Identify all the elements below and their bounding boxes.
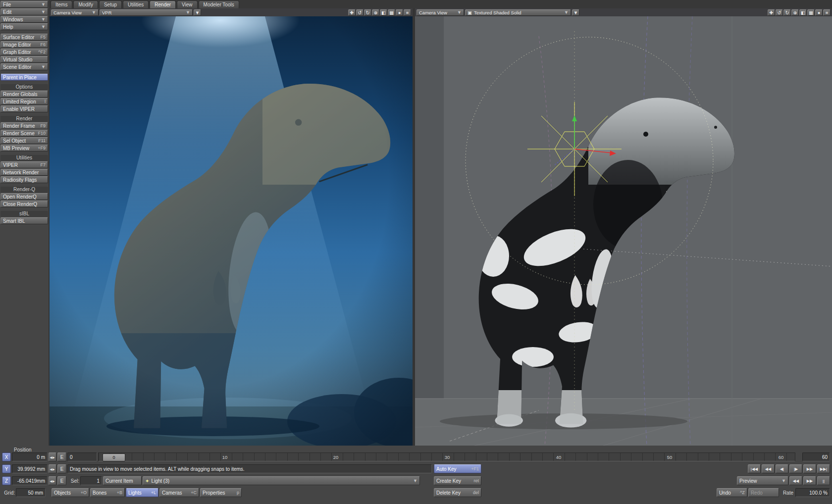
position-x-value[interactable]: 0 m xyxy=(12,453,48,461)
properties-button[interactable]: Propertiesp xyxy=(200,488,242,497)
viewport-options-dropdown-left[interactable]: ▼ xyxy=(194,9,201,16)
zoom-icon[interactable]: ⊕ xyxy=(791,9,799,16)
zoom-icon[interactable]: ⊕ xyxy=(372,9,379,16)
orbit-icon[interactable]: ↺ xyxy=(356,9,364,16)
sidebar-item-mb-preview[interactable]: MB Preview+F9 xyxy=(0,145,48,151)
axis-z-button[interactable]: Z xyxy=(2,476,11,485)
label: Camera View xyxy=(419,10,447,15)
orbit-icon[interactable]: ↺ xyxy=(776,9,783,16)
tab-modeler-tools[interactable]: Modeler Tools xyxy=(199,0,239,8)
tab-view[interactable]: View xyxy=(177,0,198,8)
sidebar-item-viper[interactable]: VIPERF7 xyxy=(0,161,48,168)
sidebar-item-render-frame[interactable]: Render FrameF9 xyxy=(0,122,48,129)
value-stepper-icon[interactable]: ◀▶ xyxy=(49,464,56,473)
item-type-objects-button[interactable]: Objects+O xyxy=(52,488,89,497)
tab-setup[interactable]: Setup xyxy=(99,0,122,8)
sidebar-item-smart-ibl[interactable]: Smart IBL xyxy=(0,217,48,224)
item-type-bones-button[interactable]: Bones+B xyxy=(90,488,125,497)
preview-pause-button[interactable]: || xyxy=(817,476,830,485)
delete-key-button[interactable]: Delete Keydel xyxy=(434,488,481,497)
menu-help[interactable]: Help▼ xyxy=(0,23,48,30)
axis-y-button[interactable]: Y xyxy=(2,464,11,473)
pan-icon[interactable]: ✚ xyxy=(768,9,775,16)
region-icon[interactable]: ◧ xyxy=(380,9,387,16)
last-frame-input[interactable]: 60 xyxy=(802,453,830,461)
envelope-z-button[interactable]: E xyxy=(57,476,66,485)
rotate-icon[interactable]: ↻ xyxy=(783,9,791,16)
region-icon[interactable]: ◧ xyxy=(799,9,807,16)
menu-windows[interactable]: Windows▼ xyxy=(0,16,48,23)
sidebar-item-sel-object[interactable]: Sel ObjectF11 xyxy=(0,137,48,144)
viewport-options-dropdown-right[interactable]: ▼ xyxy=(572,9,579,16)
transport-forward-button[interactable]: ▶▶ xyxy=(803,464,816,473)
value-stepper-icon[interactable]: ◀▶ xyxy=(49,453,56,461)
shade-mode-dropdown-right[interactable]: ▣Textured Shaded Solid▼ xyxy=(465,9,571,16)
tab-items[interactable]: Items xyxy=(51,0,72,8)
timeline-slider-handle[interactable]: 0 xyxy=(103,454,125,461)
auto-key-button[interactable]: Auto Key+F1 xyxy=(434,464,481,473)
menu-edit[interactable]: Edit▼ xyxy=(0,8,48,15)
rotate-icon[interactable]: ↻ xyxy=(364,9,371,16)
tab-utilities[interactable]: Utilities xyxy=(123,0,149,8)
viewport-right-shaded[interactable] xyxy=(415,16,832,446)
sidebar-item-radiosity-flags[interactable]: Radiosity Flags xyxy=(0,176,48,183)
view-mode-dropdown-right[interactable]: Camera View▼ xyxy=(416,9,464,16)
sidebar-item-parent-in-place[interactable]: Parent in Place xyxy=(0,74,48,81)
undo-button[interactable]: Undo^Z xyxy=(717,488,747,497)
current-frame-input[interactable]: 0 xyxy=(67,453,97,461)
quad-view-icon[interactable]: ▦ xyxy=(388,9,395,16)
render-preview-icon[interactable]: ● xyxy=(815,9,823,16)
create-key-button[interactable]: Create Keyret xyxy=(434,476,481,485)
sidebar-item-open-renderq[interactable]: Open RenderQ xyxy=(0,193,48,200)
view-mode-dropdown-left[interactable]: Camera View▼ xyxy=(51,9,99,16)
pan-icon[interactable]: ✚ xyxy=(348,9,356,16)
chevron-down-icon: ▼ xyxy=(39,24,46,29)
position-z-value[interactable]: -65.0419mm xyxy=(12,476,48,485)
timeline-ruler[interactable]: 0 0 10 20 30 40 50 60 xyxy=(98,453,795,461)
chevron-down-icon: ▼ xyxy=(780,478,786,483)
item-type-cameras-button[interactable]: Cameras+C xyxy=(159,488,199,497)
sidebar-item-render-scene[interactable]: Render SceneF10 xyxy=(0,130,48,137)
sidebar-item-graph-editor[interactable]: Graph Editor^F2 xyxy=(0,49,48,55)
preview-dropdown[interactable]: Preview▼ xyxy=(737,476,788,485)
label: Delete Key xyxy=(436,490,461,496)
tab-render[interactable]: Render xyxy=(150,0,176,8)
sidebar-item-virtual-studio[interactable]: Virtual Studio xyxy=(0,56,48,63)
sidebar-item-close-renderq[interactable]: Close RenderQ xyxy=(0,201,48,207)
transport-end-button[interactable]: ▶▶| xyxy=(817,464,830,473)
sidebar-item-enable-viper[interactable]: Enable VIPER xyxy=(0,105,48,112)
preview-forward-button[interactable]: ▶▶ xyxy=(803,476,816,485)
menu-file[interactable]: File▼ xyxy=(0,1,48,8)
sidebar-item-limited-region[interactable]: Limited Regionl xyxy=(0,98,48,105)
menu-icon[interactable]: ≡ xyxy=(404,9,411,16)
rate-value[interactable]: 100.0 % xyxy=(795,488,830,497)
sidebar-item-image-editor[interactable]: Image EditorF6 xyxy=(0,41,48,48)
vpr-render-scene xyxy=(50,16,413,446)
sidebar-item-network-render[interactable]: Network Render xyxy=(0,169,48,176)
transport-rewind-button[interactable]: ◀◀ xyxy=(762,464,775,473)
envelope-x-button[interactable]: E xyxy=(57,453,66,461)
item-type-lights-button[interactable]: Lights+L xyxy=(126,488,158,497)
axis-x-button[interactable]: X xyxy=(2,453,11,461)
label: Camera View xyxy=(53,10,82,15)
position-y-value[interactable]: 39.9992 mm xyxy=(12,464,48,473)
transport-next-frame-button[interactable]: |▶ xyxy=(789,464,802,473)
shortcut: F7 xyxy=(38,162,46,167)
preview-back-button[interactable]: ◀◀ xyxy=(789,476,802,485)
light-wireframe-gizmo[interactable] xyxy=(527,102,622,196)
menu-icon[interactable]: ≡ xyxy=(823,9,831,16)
sidebar-item-surface-editor[interactable]: Surface EditorF5 xyxy=(0,34,48,41)
tab-modify[interactable]: Modify xyxy=(73,0,98,8)
shade-mode-dropdown-left[interactable]: VPR▼ xyxy=(100,9,193,16)
transport-prev-frame-button[interactable]: ◀| xyxy=(776,464,788,473)
sidebar-item-scene-editor[interactable]: Scene Editor▼ xyxy=(0,63,48,70)
quad-view-icon[interactable]: ▦ xyxy=(807,9,815,16)
value-stepper-icon[interactable]: ◀▶ xyxy=(49,476,56,485)
current-item-dropdown[interactable]: ✦ Light (3) ▼ xyxy=(143,476,420,485)
viewport-left-vpr[interactable] xyxy=(50,16,413,446)
envelope-y-button[interactable]: E xyxy=(57,464,66,473)
transport-start-button[interactable]: |◀◀ xyxy=(748,464,761,473)
redo-button[interactable]: Redo xyxy=(748,488,779,497)
render-preview-icon[interactable]: ● xyxy=(396,9,403,16)
sidebar-item-render-globals[interactable]: Render Globals xyxy=(0,91,48,98)
